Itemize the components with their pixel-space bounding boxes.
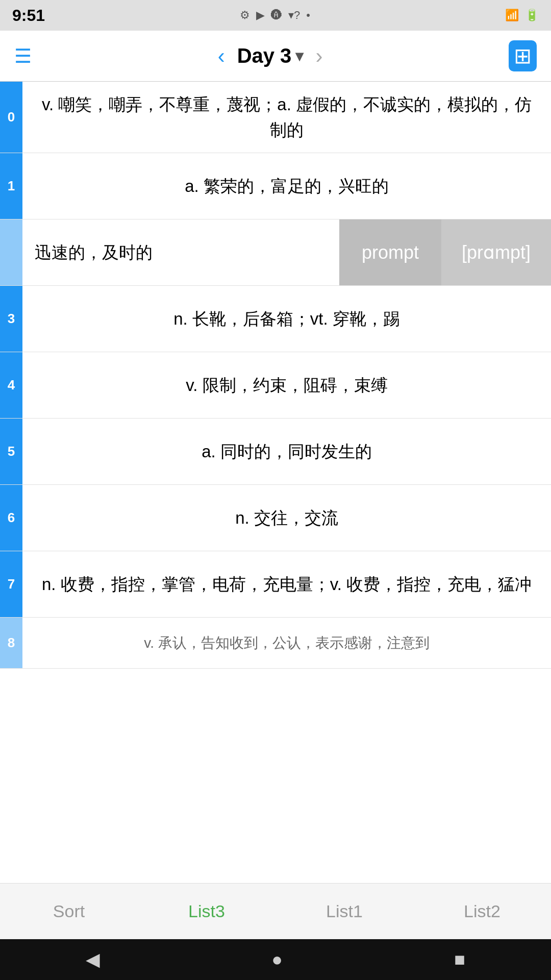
table-row[interactable]: 迅速的，及时的 prompt [prɑmpt] <box>0 219 551 286</box>
status-bar: 9:51 ⚙ ▶ 🅐 ▾? • 📶 🔋 <box>0 0 551 31</box>
row-content-5: a. 同时的，同时发生的 <box>22 419 551 484</box>
row-content-0: v. 嘲笑，嘲弄，不尊重，蔑视；a. 虚假的，不诚实的，模拟的，仿制的 <box>22 82 551 153</box>
dot-icon: • <box>306 9 310 22</box>
bottom-tabs: Sort List3 List1 List2 <box>0 883 551 939</box>
row-index-2 <box>0 219 22 285</box>
tab-list2[interactable]: List2 <box>413 884 551 939</box>
font-icon: 🅐 <box>271 9 282 22</box>
row-content-1: a. 繁荣的，富足的，兴旺的 <box>22 153 551 219</box>
popup-word[interactable]: prompt <box>339 219 441 285</box>
signal-icon: 📶 <box>505 9 519 22</box>
word-popup[interactable]: prompt [prɑmpt] <box>339 219 551 285</box>
nav-prev-button[interactable]: ‹ <box>214 44 229 68</box>
row-index-7: 7 <box>0 551 22 617</box>
row-content-7: n. 收费，指控，掌管，电荷，充电量；v. 收费，指控，充电，猛冲 <box>22 551 551 617</box>
battery-icon: 🔋 <box>525 9 539 22</box>
tab-list3[interactable]: List3 <box>138 884 276 939</box>
row-index-8: 8 <box>0 618 22 668</box>
tab-list1[interactable]: List1 <box>276 884 413 939</box>
status-time: 9:51 <box>12 6 45 25</box>
system-nav: ◀ ● ■ <box>0 939 551 980</box>
tab-sort[interactable]: Sort <box>0 884 138 939</box>
table-row[interactable]: 1 a. 繁荣的，富足的，兴旺的 <box>0 153 551 219</box>
toolbar-nav: ‹ Day 3 ▾ › <box>214 44 327 68</box>
word-list: 0 v. 嘲笑，嘲弄，不尊重，蔑视；a. 虚假的，不诚实的，模拟的，仿制的 1 … <box>0 82 551 766</box>
play-icon: ▶ <box>256 9 265 22</box>
row-index-3: 3 <box>0 286 22 352</box>
table-row[interactable]: 7 n. 收费，指控，掌管，电荷，充电量；v. 收费，指控，充电，猛冲 <box>0 551 551 618</box>
status-icons-left: ⚙ ▶ 🅐 ▾? • <box>240 9 310 22</box>
row-content-3: n. 长靴，后备箱；vt. 穿靴，踢 <box>22 286 551 352</box>
row-index-0: 0 <box>0 82 22 153</box>
table-row[interactable]: 4 v. 限制，约束，阻碍，束缚 <box>0 352 551 419</box>
table-row[interactable]: 5 a. 同时的，同时发生的 <box>0 419 551 485</box>
table-row[interactable]: 0 v. 嘲笑，嘲弄，不尊重，蔑视；a. 虚假的，不诚实的，模拟的，仿制的 <box>0 82 551 153</box>
table-row[interactable]: 6 n. 交往，交流 <box>0 485 551 551</box>
chevron-down-icon: ▾ <box>295 47 303 65</box>
nav-recent-button[interactable]: ■ <box>454 949 465 970</box>
wifi-icon: ▾? <box>288 9 300 22</box>
toolbar: ☰ ‹ Day 3 ▾ › ⊞ <box>0 31 551 82</box>
nav-home-button[interactable]: ● <box>271 949 283 970</box>
row-content-8: v. 承认，告知收到，公认，表示感谢，注意到 <box>22 618 551 668</box>
hamburger-icon[interactable]: ☰ <box>14 45 32 67</box>
status-icons-right: 📶 🔋 <box>505 9 539 22</box>
popup-phonetic: [prɑmpt] <box>441 219 551 285</box>
toolbar-left: ☰ <box>14 45 32 67</box>
toolbar-title[interactable]: Day 3 ▾ <box>237 44 304 67</box>
row-content-4: v. 限制，约束，阻碍，束缚 <box>22 352 551 418</box>
row-index-1: 1 <box>0 153 22 219</box>
row-content-6: n. 交往，交流 <box>22 485 551 551</box>
nav-back-button[interactable]: ◀ <box>86 949 100 970</box>
table-row[interactable]: 3 n. 长靴，后备箱；vt. 穿靴，踢 <box>0 286 551 352</box>
row-index-6: 6 <box>0 485 22 551</box>
nav-next-button[interactable]: › <box>311 44 327 68</box>
day-label: Day 3 <box>237 44 292 67</box>
gear-icon: ⚙ <box>240 9 250 22</box>
row-index-5: 5 <box>0 419 22 484</box>
grid-view-icon[interactable]: ⊞ <box>509 40 537 71</box>
row-index-4: 4 <box>0 352 22 418</box>
table-row[interactable]: 8 v. 承认，告知收到，公认，表示感谢，注意到 <box>0 618 551 669</box>
